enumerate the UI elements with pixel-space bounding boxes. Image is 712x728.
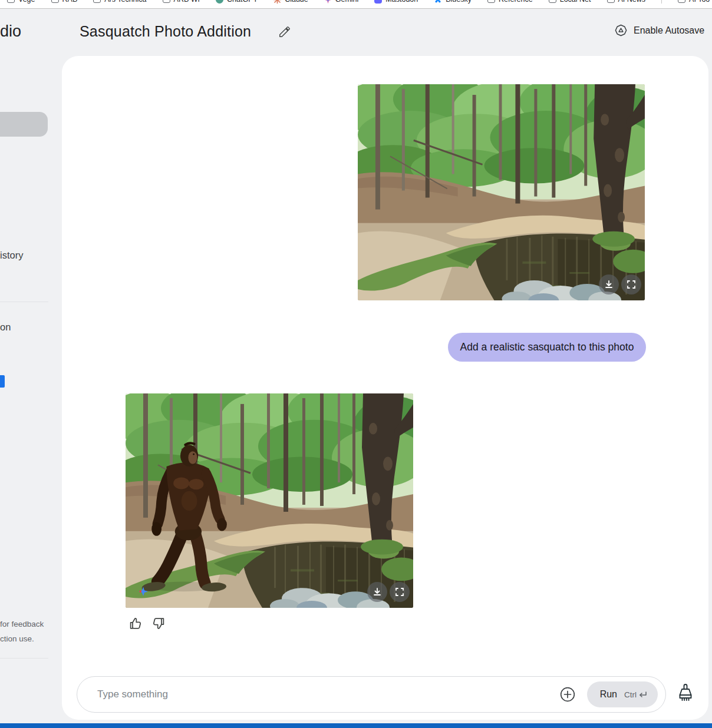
chatgpt-icon — [216, 0, 223, 4]
plus-icon — [559, 686, 576, 703]
sidebar-divider — [0, 302, 48, 302]
bookmark-local-net[interactable]: Local Net — [549, 0, 591, 4]
add-attachment-button[interactable] — [559, 686, 576, 703]
bookmarks-bar: Vege RAB Ars Technica ARB Wf ChatGPT Cla… — [0, 0, 712, 9]
user-uploaded-image[interactable] — [358, 84, 645, 300]
pencil-icon — [278, 25, 291, 38]
bookmark-ai-news[interactable]: AI News — [607, 0, 646, 4]
disclaimer-line-1: for feedback — [0, 617, 44, 631]
folder-icon — [163, 0, 170, 3]
bookmark-arb-wf[interactable]: ARB Wf — [163, 0, 200, 4]
fullscreen-icon — [394, 587, 405, 597]
image-actions — [599, 274, 641, 294]
mastodon-icon — [374, 0, 382, 4]
thumbs-up-button[interactable] — [127, 614, 144, 632]
bookmark-mastodon[interactable]: Mastodon — [374, 0, 418, 4]
folder-icon — [51, 0, 59, 3]
chat-panel: Add a realistic sasquatch to this photo — [62, 56, 708, 720]
bottom-edge-bar — [0, 723, 712, 728]
user-message-text: Add a realistic sasquatch to this photo — [460, 341, 634, 353]
bookmarks-separator — [661, 0, 662, 4]
fullscreen-image-button[interactable] — [390, 582, 410, 602]
fullscreen-icon — [626, 279, 637, 290]
generated-image[interactable] — [126, 393, 413, 608]
folder-icon — [678, 0, 685, 3]
run-shortcut: Ctrl — [624, 690, 647, 699]
thumbs-down-icon — [151, 616, 166, 631]
enable-autosave-label: Enable Autosave — [634, 25, 704, 36]
enter-key-icon — [638, 691, 647, 699]
bookmark-gemini[interactable]: Gemini — [324, 0, 359, 4]
clear-chat-button[interactable] — [674, 682, 697, 706]
thumbs-up-icon — [128, 616, 143, 631]
forest-photo — [358, 84, 645, 300]
broom-icon — [676, 683, 695, 703]
fullscreen-image-button[interactable] — [621, 274, 641, 294]
bookmark-ai-too[interactable]: AI Too — [678, 0, 710, 4]
forest-photo-with-sasquatch — [126, 393, 413, 608]
ctrl-key-label: Ctrl — [624, 690, 637, 699]
app-logo-partial: dio — [0, 22, 21, 41]
user-message-bubble: Add a realistic sasquatch to this photo — [448, 333, 646, 362]
page-title: Sasquatch Photo Addition — [80, 23, 251, 40]
download-icon — [604, 279, 614, 290]
download-icon — [372, 587, 383, 597]
download-image-button[interactable] — [599, 274, 619, 294]
bookmark-rab[interactable]: RAB — [51, 0, 78, 4]
sidebar-disclaimer: for feedback ction use. — [0, 617, 44, 646]
folder-icon — [93, 0, 101, 3]
prompt-input[interactable] — [77, 689, 559, 700]
sidebar-blue-icon[interactable] — [0, 375, 5, 388]
bookmark-bluesky[interactable]: Bluesky — [434, 0, 472, 4]
download-image-button[interactable] — [367, 582, 387, 602]
run-label: Run — [600, 689, 617, 700]
sidebar-item-partial[interactable]: on — [0, 322, 11, 333]
image-actions — [367, 582, 410, 602]
bluesky-icon — [434, 0, 442, 3]
claude-icon — [273, 0, 281, 4]
folder-icon — [549, 0, 556, 3]
sidebar-selected-pill[interactable] — [0, 112, 48, 137]
enable-autosave-button[interactable]: Enable Autosave — [614, 24, 704, 37]
run-button[interactable]: Run Ctrl — [587, 681, 658, 707]
disclaimer-line-2: ction use. — [0, 631, 44, 646]
bookmark-claude[interactable]: Claude — [273, 0, 308, 4]
autosave-cloud-icon — [614, 24, 628, 37]
folder-icon — [487, 0, 495, 3]
folder-icon — [7, 0, 15, 3]
bookmark-chatgpt[interactable]: ChatGPT — [216, 0, 258, 4]
feedback-row — [127, 614, 167, 632]
bookmarks-row: Vege RAB Ars Technica ARB Wf ChatGPT Cla… — [0, 0, 712, 4]
gemini-icon — [324, 0, 332, 4]
thumbs-down-button[interactable] — [149, 614, 167, 632]
folder-icon — [607, 0, 615, 3]
sidebar-item-history-partial[interactable]: istory — [0, 250, 23, 261]
composer-bar: Run Ctrl — [77, 676, 666, 713]
sidebar-divider — [0, 658, 48, 658]
bookmark-vege[interactable]: Vege — [7, 0, 35, 4]
edit-title-button[interactable] — [277, 25, 292, 40]
bookmark-reference[interactable]: Reference — [487, 0, 533, 4]
bookmark-ars-technica[interactable]: Ars Technica — [93, 0, 146, 4]
